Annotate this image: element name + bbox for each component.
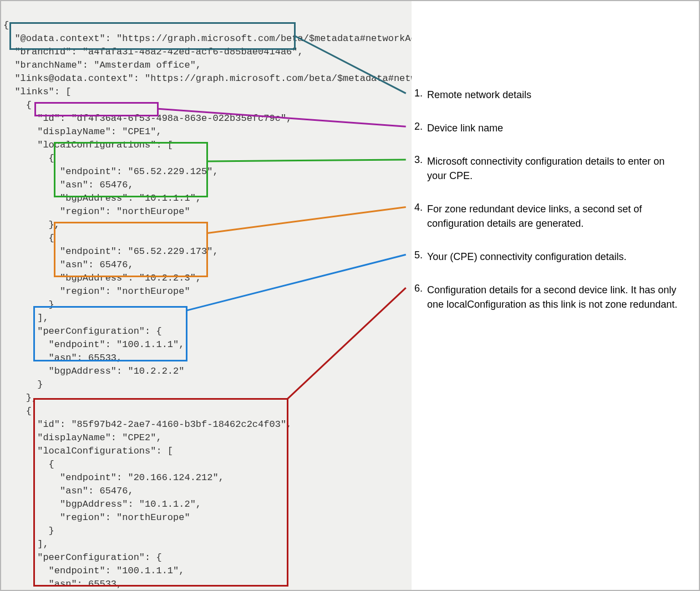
annotation-number: 5.: [412, 249, 427, 261]
annotation-item: 6. Configuration details for a second de…: [412, 283, 682, 312]
annotation-text: Configuration details for a second devic…: [427, 283, 682, 312]
code-line: "region": "northEurope": [3, 286, 190, 297]
code-line: "asn": 65533,: [3, 353, 122, 363]
code-line: }: [3, 299, 54, 310]
code-line: "bgpAddress": "10.1.1.2",: [3, 499, 201, 510]
code-line: "peerConfiguration": {: [3, 552, 162, 563]
code-line: "localConfigurations": [: [3, 140, 173, 150]
annotation-item: 2. Device link name: [412, 121, 682, 135]
code-line: "peerConfiguration": {: [3, 326, 162, 337]
code-line: {: [3, 406, 32, 416]
code-line: },: [3, 393, 37, 403]
json-code-block: { "@odata.context": "https://graph.micro…: [1, 1, 412, 590]
code-line: "id": "df4f36a4-6f53-498a-863e-022b35efc…: [3, 113, 292, 124]
code-line: {: [3, 100, 32, 110]
code-line: "asn": 65476,: [3, 180, 134, 190]
annotation-text: Your (CPE) connectivity configuration de…: [427, 249, 682, 264]
code-line: "endpoint": "100.1.1.1",: [3, 565, 184, 576]
code-line: "asn": 65476,: [3, 259, 134, 270]
annotation-text: Microsoft connectivity configuration det…: [427, 154, 682, 183]
code-line: },: [3, 220, 60, 230]
code-line: "branchName": "Amsterdam office",: [3, 60, 201, 70]
code-line: "bgpAddress": "10.1.1.1",: [3, 193, 201, 203]
code-line: "links": [: [3, 86, 71, 97]
code-line: "id": "85f97b42-2ae7-4160-b3bf-18462c2c4…: [3, 419, 292, 430]
code-line: "asn": 65476,: [3, 486, 134, 496]
annotation-number: 4.: [412, 202, 427, 213]
annotation-number: 6.: [412, 283, 427, 294]
code-line: {: [3, 153, 54, 164]
code-line: "region": "northEurope": [3, 206, 190, 217]
code-line: }: [3, 379, 43, 390]
code-line: "asn": 65533,: [3, 579, 122, 589]
code-line: "endpoint": "20.166.124.212",: [3, 472, 224, 483]
diagram-frame: { "@odata.context": "https://graph.micro…: [0, 0, 700, 591]
annotation-number: 2.: [412, 121, 427, 133]
annotation-item: 4. For zone redundant device links, a se…: [412, 202, 682, 231]
code-line: "displayName": "CPE2",: [3, 432, 162, 443]
annotation-text: Remote network details: [427, 88, 682, 102]
code-line: "endpoint": "65.52.229.173",: [3, 246, 219, 257]
code-line: "@odata.context": "https://graph.microso…: [3, 33, 422, 44]
annotation-text: For zone redundant device links, a secon…: [427, 202, 682, 231]
annotation-number: 3.: [412, 154, 427, 166]
code-line: "endpoint": "100.1.1.1",: [3, 339, 184, 350]
code-line: {: [3, 20, 9, 30]
code-line: }: [3, 526, 54, 536]
annotation-item: 5. Your (CPE) connectivity configuration…: [412, 249, 682, 264]
code-line: "bgpAddress": "10.2.2.3",: [3, 273, 201, 283]
code-line: ],: [3, 539, 49, 549]
annotation-text: Device link name: [427, 121, 682, 135]
annotation-item: 1. Remote network details: [412, 88, 682, 102]
code-line: {: [3, 233, 54, 243]
code-line: "endpoint": "65.52.229.125",: [3, 166, 219, 177]
code-line: {: [3, 459, 54, 470]
annotation-number: 1.: [412, 88, 427, 99]
code-line: "region": "northEurope": [3, 512, 190, 523]
code-line: "branchId": "a4fafa31-48a2-42ed-acf6-d85…: [3, 47, 303, 57]
code-line: "bgpAddress": "10.2.2.2": [3, 366, 184, 376]
code-line: "displayName": "CPE1",: [3, 126, 162, 137]
code-line: "localConfigurations": [: [3, 446, 173, 456]
code-line: "links@odata.context": "https://graph.mi…: [3, 73, 422, 84]
code-line: ],: [3, 313, 49, 323]
annotation-item: 3. Microsoft connectivity configuration …: [412, 154, 682, 183]
annotation-list: 1. Remote network details 2. Device link…: [412, 1, 699, 590]
